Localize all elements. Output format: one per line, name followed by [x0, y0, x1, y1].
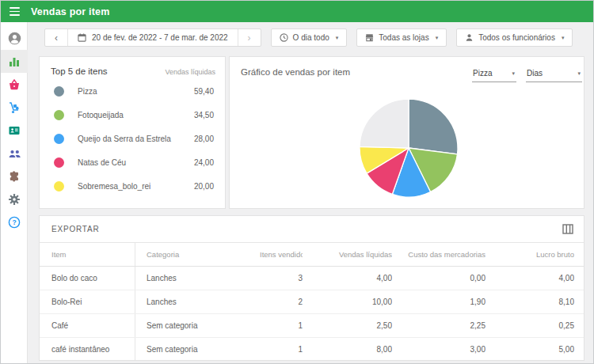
top5-item: Natas de Céu 24,00 — [40, 150, 225, 174]
top5-item-label: Pizza — [78, 87, 194, 96]
table-cell: 5,00 — [485, 345, 574, 354]
sidebar-item-reports[interactable] — [1, 50, 28, 73]
people-icon — [8, 147, 21, 160]
legend-dot-icon — [54, 181, 64, 191]
table-cell: Bolo-Rei — [40, 298, 135, 306]
bar-chart-icon — [8, 55, 21, 68]
sidebar-item-apps[interactable] — [1, 165, 28, 188]
legend-dot-icon — [54, 157, 64, 168]
badge-icon — [8, 124, 21, 137]
column-settings-button[interactable] — [562, 224, 573, 234]
table-cell: 0,00 — [392, 274, 485, 282]
table-cell: 4,00 — [303, 274, 392, 282]
column-header: Categoria — [135, 243, 260, 266]
table-row[interactable]: Bolo-ReiLanches210,001,908,10 — [40, 290, 584, 314]
help-icon: ? — [8, 216, 21, 229]
top5-item-label: Sobremesa_bolo_rei — [78, 182, 194, 191]
chart-header: Gráfico de vendas por item Pizza ▾ Dias … — [230, 57, 584, 82]
chart-item-select[interactable]: Pizza ▾ — [472, 65, 516, 82]
chart-item-select-value: Pizza — [473, 69, 492, 78]
filter-bar: ‹ 20 de fev. de 2022 - 7 de mar. de 2022… — [44, 28, 573, 47]
svg-text:?: ? — [12, 218, 16, 226]
top5-item-value: 20,00 — [194, 182, 214, 191]
time-filter-button[interactable]: O dia todo ▾ — [271, 28, 348, 47]
table-cell: 3,00 — [392, 345, 485, 354]
table-cell: Lanches — [135, 267, 260, 290]
chart-period-select-value: Dias — [527, 69, 543, 78]
topbar: Vendas por item — [1, 1, 593, 22]
top5-item-value: 28,00 — [194, 135, 214, 143]
column-header: Vendas líquidas — [303, 250, 392, 259]
sidebar-item-account[interactable] — [1, 27, 28, 50]
legend-dot-icon — [54, 134, 64, 144]
top5-item-label: Queijo da Serra da Estrela — [78, 135, 194, 143]
account-icon — [8, 32, 21, 45]
top5-value-header: Vendas líquidas — [165, 68, 215, 76]
table-cell: 1,90 — [392, 298, 485, 306]
stores-filter-button[interactable]: Todas as lojas ▾ — [356, 28, 447, 47]
sidebar-item-customers[interactable] — [1, 142, 28, 165]
top5-item-label: Natas de Céu — [78, 158, 194, 167]
sidebar-item-employees[interactable] — [1, 119, 28, 142]
table-cell: Sem categoria — [135, 338, 260, 361]
person-icon — [465, 33, 474, 42]
date-range-button[interactable]: 20 de fev. de 2022 - 7 de mar. de 2022 — [67, 29, 238, 46]
date-prev-button[interactable]: ‹ — [45, 29, 67, 46]
pie-slice-pizza[interactable] — [409, 99, 458, 154]
pie-chart[interactable] — [357, 97, 460, 199]
table-row[interactable]: café instantâneoSem categoria18,003,005,… — [40, 338, 584, 361]
top5-item-value: 34,50 — [194, 111, 214, 119]
column-header: Lucro bruto — [485, 250, 574, 259]
chart-period-select[interactable]: Dias ▾ — [526, 65, 582, 82]
chart-panel: Gráfico de vendas por item Pizza ▾ Dias … — [229, 56, 584, 209]
hamburger-menu-icon[interactable] — [1, 1, 28, 22]
table-cell: café instantâneo — [40, 345, 135, 354]
caret-down-icon: ▾ — [436, 35, 439, 41]
table-cell: 8,00 — [303, 345, 392, 354]
table-cell: 4,00 — [485, 274, 574, 282]
top5-panel: Top 5 de itens Vendas líquidas Pizza 59,… — [39, 56, 226, 209]
table-row[interactable]: CaféSem categoria12,502,250,25 — [40, 314, 584, 338]
stores-filter-label: Todas as lojas — [379, 33, 428, 42]
table-row[interactable]: Bolo do cacoLanches34,000,004,00 — [40, 267, 584, 290]
top5-item-label: Fotoqueijada — [78, 111, 194, 119]
page-title: Vendas por item — [31, 6, 110, 17]
table-cell: Lanches — [135, 290, 260, 313]
pie-slice-outros[interactable] — [360, 99, 409, 148]
column-header: Itens vendidos — [260, 250, 303, 259]
basket-icon — [8, 78, 21, 91]
sidebar-item-items[interactable] — [1, 73, 28, 96]
table-cell: 3 — [260, 274, 303, 282]
date-range-control: ‹ 20 de fev. de 2022 - 7 de mar. de 2022… — [44, 28, 261, 47]
top5-header: Top 5 de itens Vendas líquidas — [40, 57, 225, 79]
sidebar-item-inventory[interactable] — [1, 96, 28, 119]
caret-down-icon: ▾ — [562, 35, 565, 41]
table-cell: Sem categoria — [135, 314, 260, 337]
table-cell: 8,10 — [485, 298, 574, 306]
table-cell: 2 — [260, 298, 303, 306]
top5-title: Top 5 de itens — [51, 66, 108, 76]
date-next-button[interactable]: › — [238, 29, 261, 46]
top5-item: Pizza 59,40 — [40, 79, 225, 103]
puzzle-icon — [8, 170, 21, 183]
table-cell: 0,25 — [485, 321, 574, 330]
table-cell: 10,00 — [303, 298, 392, 306]
gear-icon — [8, 193, 21, 206]
top5-item: Sobremesa_bolo_rei 20,00 — [40, 174, 225, 198]
column-header: Custo das mercadorias — [392, 250, 485, 259]
employees-filter-button[interactable]: Todos os funcionários ▾ — [456, 28, 573, 47]
time-filter-label: O dia todo — [293, 33, 329, 42]
table-cell: 1 — [260, 321, 303, 330]
chart-title: Gráfico de vendas por item — [241, 65, 463, 77]
clock-icon — [280, 33, 288, 42]
items-table-panel: EXPORTAR ItemCategoriaItens vendidosVend… — [39, 215, 584, 361]
sidebar-item-help[interactable]: ? — [1, 210, 28, 233]
table-cell: 1 — [260, 345, 303, 354]
legend-dot-icon — [54, 86, 64, 97]
date-range-label: 20 de fev. de 2022 - 7 de mar. de 2022 — [92, 33, 228, 42]
app-window: Vendas por item — [0, 0, 594, 364]
sidebar-item-settings[interactable] — [1, 188, 28, 210]
export-button[interactable]: EXPORTAR — [51, 225, 100, 233]
caret-down-icon: ▾ — [512, 70, 515, 77]
top5-item-value: 24,00 — [194, 158, 214, 167]
